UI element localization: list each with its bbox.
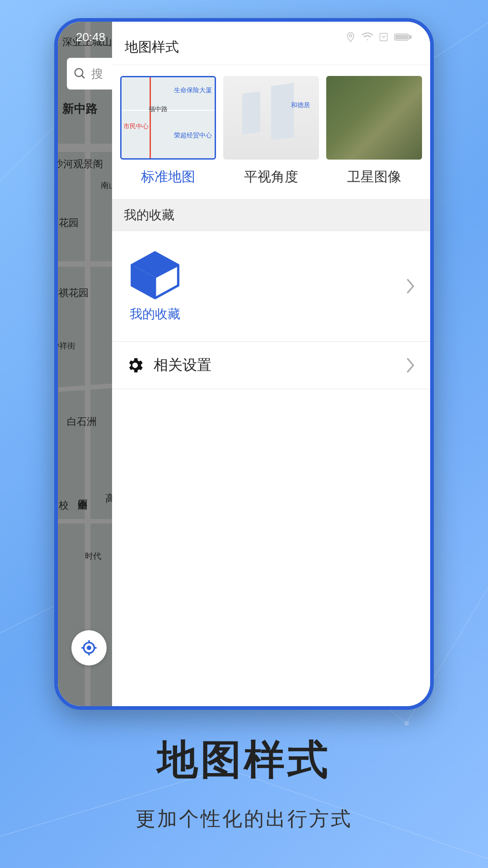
style-label: 标准地图	[141, 168, 195, 186]
favorites-header: 我的收藏	[112, 199, 430, 231]
search-placeholder: 搜	[91, 66, 103, 82]
chevron-right-icon	[404, 276, 417, 296]
promo-title: 地图样式	[0, 732, 488, 788]
map-style-options: 生命保险大厦 福中路 市民中心 荣超经贸中心 标准地图 和德居 平视角度 卫星图…	[112, 65, 430, 199]
settings-row[interactable]: 相关设置	[112, 342, 430, 389]
style-thumb-perspective: 和德居	[223, 76, 319, 160]
wifi-icon	[361, 33, 373, 42]
style-option-standard[interactable]: 生命保险大厦 福中路 市民中心 荣超经贸中心 标准地图	[120, 76, 216, 186]
svg-point-11	[404, 721, 409, 726]
map-label: 时代	[85, 551, 101, 561]
map-label: 祥祺花园	[54, 286, 89, 300]
map-label: 沙祥街	[54, 340, 75, 351]
svg-line-13	[82, 75, 84, 78]
style-thumb-standard: 生命保险大厦 福中路 市民中心 荣超经贸中心	[120, 76, 216, 160]
phone-frame: 深业上城山谷 新中路 沙河观景阁 州花园 祥祺花园 沙祥街 白石洲 南山 山校 …	[54, 18, 434, 710]
promo-subtitle: 更加个性化的出行方式	[0, 806, 488, 832]
map-label: 沙河观景阁	[54, 157, 103, 171]
locate-button[interactable]	[71, 630, 107, 665]
map-style-panel: 地图样式 生命保险大厦 福中路 市民中心 荣超经贸中心 标准地图 和德居	[112, 22, 430, 706]
map-label: 山校	[54, 499, 69, 512]
gear-icon	[126, 356, 145, 375]
favorites-row[interactable]: 我的收藏	[112, 231, 430, 342]
svg-point-12	[75, 69, 83, 77]
box-icon	[126, 250, 184, 299]
svg-point-15	[88, 646, 91, 650]
map-label: 新中路	[62, 101, 98, 117]
svg-line-31	[155, 285, 178, 298]
map-label: 州花园	[54, 216, 79, 230]
map-label: 白石洲	[67, 415, 97, 429]
chevron-right-icon	[404, 355, 417, 375]
promo-section: 地图样式 更加个性化的出行方式	[0, 732, 488, 832]
svg-rect-24	[396, 35, 408, 39]
style-option-satellite[interactable]: 卫星图像	[326, 76, 422, 186]
style-label: 卫星图像	[347, 168, 401, 186]
crosshair-icon	[80, 639, 98, 657]
status-bar: 20:48	[58, 28, 430, 46]
favorites-item[interactable]: 我的收藏	[126, 250, 184, 323]
svg-rect-23	[410, 36, 411, 38]
search-icon	[73, 67, 87, 80]
style-label: 平视角度	[244, 168, 298, 186]
favorites-label: 我的收藏	[130, 306, 180, 323]
settings-label: 相关设置	[154, 355, 211, 375]
style-thumb-satellite	[326, 76, 422, 160]
location-status-icon	[345, 32, 356, 42]
battery-icon	[394, 33, 412, 42]
svg-point-20	[350, 35, 352, 37]
cast-icon	[379, 32, 389, 42]
status-time: 20:48	[76, 30, 105, 44]
style-option-perspective[interactable]: 和德居 平视角度	[223, 76, 319, 186]
